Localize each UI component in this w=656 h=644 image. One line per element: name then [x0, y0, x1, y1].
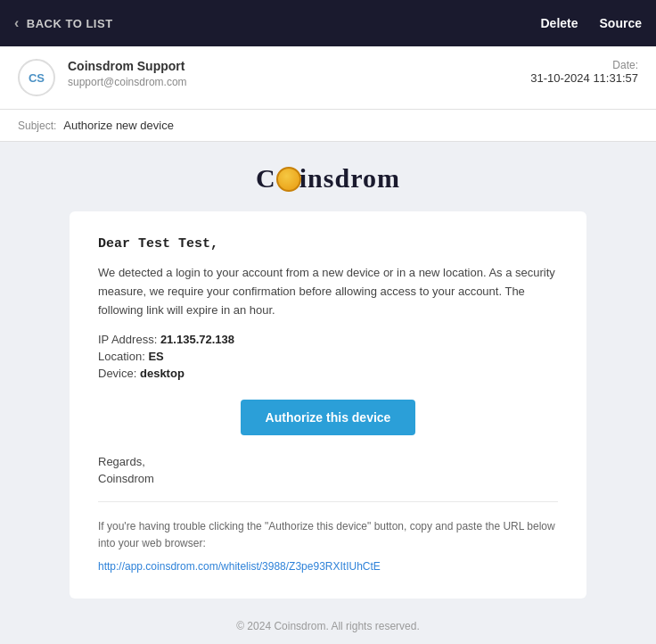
- sender-email: support@coinsdrom.com: [68, 76, 187, 88]
- device-value: desktop: [140, 367, 184, 380]
- date-label: Date:: [530, 59, 638, 71]
- email-footer: © 2024 Coinsdrom. All rights reserved.: [14, 620, 642, 644]
- device-line: Device: desktop: [98, 367, 558, 380]
- navbar: ‹ BACK TO LIST Delete Source: [0, 0, 656, 46]
- date-value: 31-10-2024 11:31:57: [530, 71, 638, 85]
- ip-value: 21.135.72.138: [160, 333, 234, 346]
- device-label: Device:: [98, 367, 136, 380]
- subject-value: Authorize new device: [63, 119, 174, 132]
- sender-details: Coinsdrom Support support@coinsdrom.com: [68, 59, 187, 88]
- email-header: CS Coinsdrom Support support@coinsdrom.c…: [0, 46, 656, 110]
- navbar-actions: Delete Source: [541, 16, 643, 30]
- logo-coin-icon: [276, 167, 301, 192]
- logo: Cinsdrom: [256, 163, 400, 193]
- subject-row: Subject: Authorize new device: [0, 110, 656, 142]
- authorize-link[interactable]: http://app.coinsdrom.com/whitelist/3988/…: [98, 560, 381, 573]
- date-section: Date: 31-10-2024 11:31:57: [530, 59, 638, 85]
- logo-area: Cinsdrom: [14, 163, 642, 194]
- email-card: Dear Test Test, We detected a login to y…: [70, 211, 586, 599]
- back-to-list-button[interactable]: ‹ BACK TO LIST: [14, 15, 113, 31]
- ip-label: IP Address:: [98, 333, 157, 346]
- location-value: ES: [148, 350, 163, 363]
- back-label: BACK TO LIST: [27, 17, 113, 30]
- greeting: Dear Test Test,: [98, 236, 558, 252]
- divider: [98, 501, 558, 502]
- regards-text: Regards,: [98, 455, 558, 468]
- avatar: CS: [18, 59, 55, 96]
- ip-address-line: IP Address: 21.135.72.138: [98, 333, 558, 346]
- location-label: Location:: [98, 350, 145, 363]
- chevron-left-icon: ‹: [14, 15, 20, 31]
- email-body-wrapper: Cinsdrom Dear Test Test, We detected a l…: [0, 142, 656, 644]
- authorize-button[interactable]: Authorize this device: [241, 400, 416, 435]
- sender-info: CS Coinsdrom Support support@coinsdrom.c…: [18, 59, 187, 96]
- subject-label: Subject:: [18, 120, 56, 132]
- location-line: Location: ES: [98, 350, 558, 363]
- regards-name: Coinsdrom: [98, 472, 558, 485]
- trouble-text: If you're having trouble clicking the "A…: [98, 518, 558, 552]
- source-button[interactable]: Source: [600, 16, 642, 30]
- body-paragraph: We detected a login to your account from…: [98, 264, 558, 319]
- delete-button[interactable]: Delete: [541, 16, 578, 30]
- footer-text: © 2024 Coinsdrom. All rights reserved.: [236, 620, 420, 632]
- sender-name: Coinsdrom Support: [68, 59, 187, 73]
